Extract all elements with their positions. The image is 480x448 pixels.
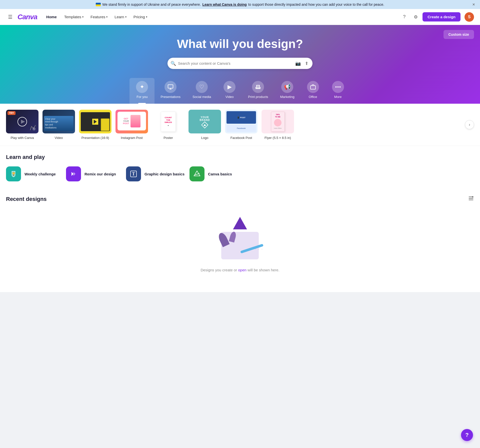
settings-icon-button[interactable]: ⚙: [411, 12, 420, 22]
svg-text:T: T: [132, 171, 135, 176]
learn-card-canva-basics[interactable]: Canva basics: [190, 166, 244, 181]
menu-hamburger-button[interactable]: ☰: [6, 12, 14, 22]
presentations-icon: [164, 81, 176, 93]
design-card-presentation[interactable]: Presentation (16:9): [79, 110, 112, 140]
chevron-down-icon: ▾: [82, 15, 84, 18]
design-label-facebook: Facebook Post: [230, 136, 252, 140]
avatar[interactable]: S: [464, 12, 474, 22]
design-card-instagram[interactable]: GET YOUR POST Instagram Post: [116, 110, 148, 140]
list-view-button[interactable]: [468, 195, 474, 203]
empty-text-before: Designs you create or: [200, 268, 237, 272]
nav-learn-button[interactable]: Learn ▾: [112, 13, 129, 20]
category-marketing-label: Marketing: [280, 95, 294, 99]
category-print-products[interactable]: Print products: [242, 78, 274, 104]
social-media-icon: ♡: [196, 81, 208, 93]
try-badge: TRY: [8, 111, 16, 115]
empty-text-after: will be shown here.: [248, 268, 280, 272]
design-label-video: Video: [54, 136, 63, 140]
remix-label: Remix our design: [84, 172, 116, 176]
svg-point-10: [32, 127, 36, 130]
graphic-design-basics-icon: T: [126, 166, 141, 181]
nav-home-button[interactable]: Home: [43, 13, 60, 20]
search-input[interactable]: [176, 59, 294, 68]
hero-title: What will you design?: [5, 37, 475, 51]
custom-size-button[interactable]: Custom size: [444, 30, 474, 39]
help-icon-button[interactable]: ?: [400, 12, 409, 22]
nav-features-label: Features: [90, 15, 105, 19]
ukraine-flag-icon: [96, 3, 101, 6]
question-mark-icon: ?: [403, 14, 406, 19]
banner-text-before: We stand firmly in support of Ukraine an…: [102, 2, 201, 6]
design-card-video[interactable]: Clear yourmind throughtips andmeditation…: [42, 110, 75, 140]
nav-pricing-label: Pricing: [134, 15, 145, 19]
nav-learn-label: Learn: [114, 15, 124, 19]
nav-templates-button[interactable]: Templates ▾: [62, 13, 86, 20]
category-print-products-label: Print products: [248, 95, 268, 99]
category-office[interactable]: Office: [300, 78, 326, 104]
category-presentations-label: Presentations: [160, 95, 180, 99]
category-marketing[interactable]: 📢 Marketing: [274, 78, 300, 104]
svg-point-6: [335, 86, 336, 88]
svg-rect-5: [310, 86, 316, 89]
svg-text:🏆: 🏆: [12, 172, 16, 176]
empty-illustration: · · ·: [215, 217, 265, 262]
design-card-play[interactable]: TRY Play with Canva: [6, 110, 38, 140]
category-for-you[interactable]: ✦ For you: [130, 78, 154, 104]
main-content: TRY Play with Canva Clear yourmind throu…: [0, 104, 480, 292]
learn-section-title: Learn and play: [6, 154, 474, 160]
recent-designs-header: Recent designs: [0, 189, 480, 207]
svg-rect-4: [257, 87, 259, 88]
banner-link[interactable]: Learn what Canva is doing: [202, 2, 246, 6]
learn-card-graphic-design-basics[interactable]: T Graphic design basics: [126, 166, 184, 181]
camera-search-button[interactable]: 📷: [294, 60, 302, 67]
category-office-label: Office: [309, 95, 317, 99]
design-label-poster: Poster: [164, 136, 173, 140]
design-card-facebook[interactable]: 📱 POST Facebook Facebook Post: [225, 110, 258, 140]
svg-point-7: [337, 86, 338, 88]
for-you-icon: ✦: [136, 81, 148, 93]
upload-search-button[interactable]: ⬆: [304, 60, 310, 67]
canva-basics-icon: [190, 166, 204, 181]
search-bar: 🔍 📷 ⬆: [168, 58, 312, 69]
design-thumb-instagram: GET YOUR POST: [116, 110, 148, 133]
learn-play-section: Learn and play 🏆 Weekly challenge: [0, 146, 480, 189]
design-thumb-presentation: [79, 110, 112, 133]
nav-pricing-button[interactable]: Pricing ▾: [131, 13, 150, 20]
office-icon: [307, 81, 319, 93]
recent-designs-title: Recent designs: [6, 196, 47, 202]
create-design-button[interactable]: Create a design: [422, 12, 460, 21]
learn-card-remix[interactable]: Remix our design: [66, 166, 121, 181]
learn-grid: 🏆 Weekly challenge Remix our design: [6, 166, 474, 181]
weekly-challenge-label: Weekly challenge: [24, 172, 56, 176]
canva-logo[interactable]: Canva: [18, 13, 37, 21]
marketing-icon: 📢: [281, 81, 293, 93]
category-more[interactable]: More: [326, 78, 350, 104]
empty-open-link[interactable]: open: [238, 268, 246, 272]
design-card-flyer[interactable]: TIPSTO BE Learn More Flyer (5.5 × 8.5 in…: [262, 110, 294, 140]
video-icon: ▶: [224, 81, 236, 93]
design-items-list: TRY Play with Canva Clear yourmind throu…: [6, 110, 465, 140]
banner-close-button[interactable]: ×: [472, 2, 475, 7]
design-card-logo[interactable]: YOURBRAND Logo: [188, 110, 221, 140]
hero-section: Custom size What will you design? 🔍 📷 ⬆ …: [0, 25, 480, 104]
ukraine-banner: We stand firmly in support of Ukraine an…: [0, 0, 480, 9]
category-social-media-label: Social media: [192, 95, 211, 99]
category-nav: ✦ For you Presentations ♡ Social media ▶…: [5, 78, 475, 104]
design-thumb-facebook: 📱 POST Facebook: [225, 110, 258, 133]
weekly-challenge-icon: 🏆: [6, 166, 21, 181]
design-thumb-play: TRY: [6, 110, 38, 133]
scroll-right-button[interactable]: ›: [465, 120, 474, 129]
svg-point-8: [339, 86, 340, 88]
category-video-label: Video: [226, 95, 234, 99]
learn-card-weekly-challenge[interactable]: 🏆 Weekly challenge: [6, 166, 61, 181]
category-video[interactable]: ▶ Video: [217, 78, 242, 104]
design-type-scroll: TRY Play with Canva Clear yourmind throu…: [0, 104, 480, 146]
nav-templates-label: Templates: [64, 15, 81, 19]
svg-rect-0: [168, 85, 173, 88]
design-card-poster[interactable]: COUNTTHESMILES ✦ Poster: [152, 110, 184, 140]
nav-features-button[interactable]: Features ▾: [88, 13, 110, 20]
category-presentations[interactable]: Presentations: [154, 78, 186, 104]
category-social-media[interactable]: ♡ Social media: [186, 78, 217, 104]
design-label-play: Play with Canva: [10, 136, 34, 140]
chevron-down-icon: ▾: [125, 15, 126, 18]
